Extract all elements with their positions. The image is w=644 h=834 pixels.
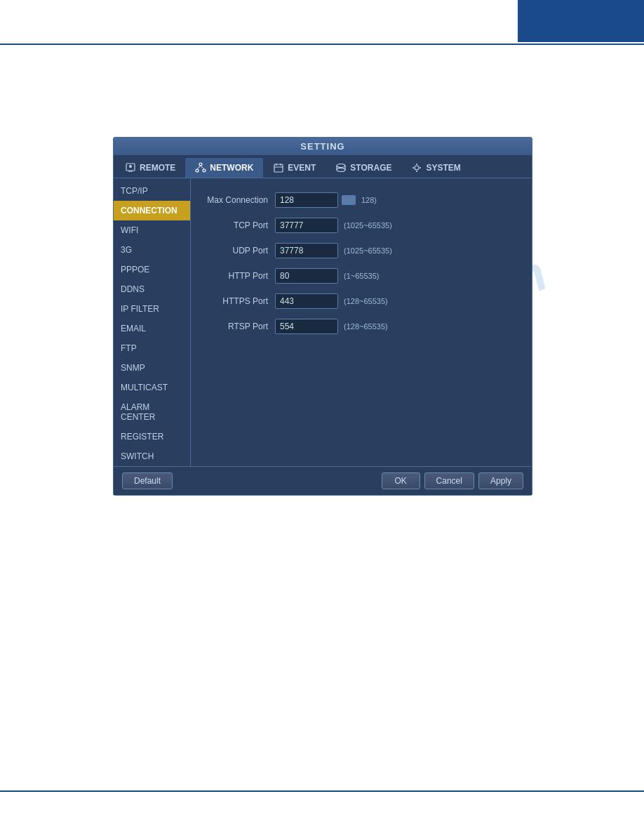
default-button[interactable]: Default [122,472,173,489]
label-https-port: HTTPS Port [205,296,275,306]
tab-bar: REMOTE NETWORK [114,155,532,178]
svg-rect-8 [274,164,283,172]
svg-point-3 [199,163,202,166]
form-row-max-connection: Max Connection 128) [205,192,518,208]
label-max-connection: Max Connection [205,195,275,205]
input-max-connection[interactable] [275,192,338,208]
form-row-https-port: HTTPS Port (128~65535) [205,293,518,309]
input-https-port[interactable] [275,293,338,309]
svg-point-5 [203,169,206,172]
sidebar-item-switch[interactable]: SWITCH [114,446,190,466]
sidebar-item-email[interactable]: EMAIL [114,319,190,338]
input-rtsp-port[interactable] [275,319,338,334]
event-icon [273,162,284,173]
form-row-udp-port: UDP Port (1025~65535) [205,243,518,258]
form-row-tcp-port: TCP Port (1025~65535) [205,218,518,233]
hint-udp-port: (1025~65535) [344,246,392,255]
hint-rtsp-port: (128~65535) [344,322,388,331]
tab-system[interactable]: SYSTEM [401,158,470,178]
tab-remote-label: REMOTE [140,163,175,173]
label-udp-port: UDP Port [205,246,275,256]
sidebar-item-connection[interactable]: CONNECTION [114,201,190,220]
action-buttons: OK Cancel Apply [382,472,523,489]
sidebar: TCP/IP CONNECTION WIFI 3G PPPOE DDNS IP … [114,178,191,466]
svg-point-4 [196,169,199,172]
sidebar-item-register[interactable]: REGISTER [114,427,190,446]
system-icon [411,162,422,173]
tab-remote[interactable]: REMOTE [115,158,185,178]
tab-storage-label: STORAGE [350,163,391,173]
input-udp-port[interactable] [275,243,338,258]
main-panel: Max Connection 128) TCP Port (1025~65535… [191,178,532,466]
content-area: TCP/IP CONNECTION WIFI 3G PPPOE DDNS IP … [114,178,532,466]
tab-system-label: SYSTEM [426,163,460,173]
sidebar-item-multicast[interactable]: MULTICAST [114,378,190,397]
svg-point-16 [415,166,419,170]
svg-line-7 [201,166,204,169]
tab-event[interactable]: EVENT [263,158,326,178]
top-right-decoration [518,0,644,42]
svg-line-6 [197,166,201,169]
hint-max-connection: 128) [361,196,377,204]
cancel-button[interactable]: Cancel [424,472,474,489]
sidebar-item-wifi[interactable]: WIFI [114,220,190,240]
sidebar-item-pppoe[interactable]: PPPOE [114,260,190,279]
tab-network[interactable]: NETWORK [185,158,263,178]
tab-event-label: EVENT [288,163,316,173]
bottom-divider [0,790,644,792]
sidebar-item-tcp-ip[interactable]: TCP/IP [114,181,190,201]
top-divider [0,44,644,45]
svg-point-12 [337,164,345,168]
hint-https-port: (128~65535) [344,297,388,305]
sidebar-item-ddns[interactable]: DDNS [114,279,190,299]
footer-bar: Default OK Cancel Apply [114,466,532,495]
sidebar-item-alarm-center[interactable]: ALARM CENTER [114,397,190,427]
slider-icon[interactable] [342,195,356,205]
input-http-port[interactable] [275,268,338,284]
sidebar-item-ip-filter[interactable]: IP FILTER [114,299,190,319]
svg-point-15 [337,168,345,172]
label-http-port: HTTP Port [205,271,275,281]
apply-button[interactable]: Apply [478,472,523,489]
remote-icon [125,162,136,173]
storage-icon [335,162,347,173]
tab-storage[interactable]: STORAGE [326,158,401,178]
label-tcp-port: TCP Port [205,220,275,230]
sidebar-item-3g[interactable]: 3G [114,240,190,260]
label-rtsp-port: RTSP Port [205,322,275,331]
svg-point-1 [129,165,132,168]
sidebar-item-snmp[interactable]: SNMP [114,358,190,378]
ok-button[interactable]: OK [382,472,420,489]
dialog-title: SETTING [114,138,532,155]
settings-dialog: SETTING REMOTE [113,137,532,496]
network-icon [195,162,206,173]
form-row-http-port: HTTP Port (1~65535) [205,268,518,284]
form-row-rtsp-port: RTSP Port (128~65535) [205,319,518,334]
tab-network-label: NETWORK [210,163,253,173]
sidebar-item-ftp[interactable]: FTP [114,338,190,358]
hint-tcp-port: (1025~65535) [344,221,392,230]
hint-http-port: (1~65535) [344,272,379,280]
input-tcp-port[interactable] [275,218,338,233]
